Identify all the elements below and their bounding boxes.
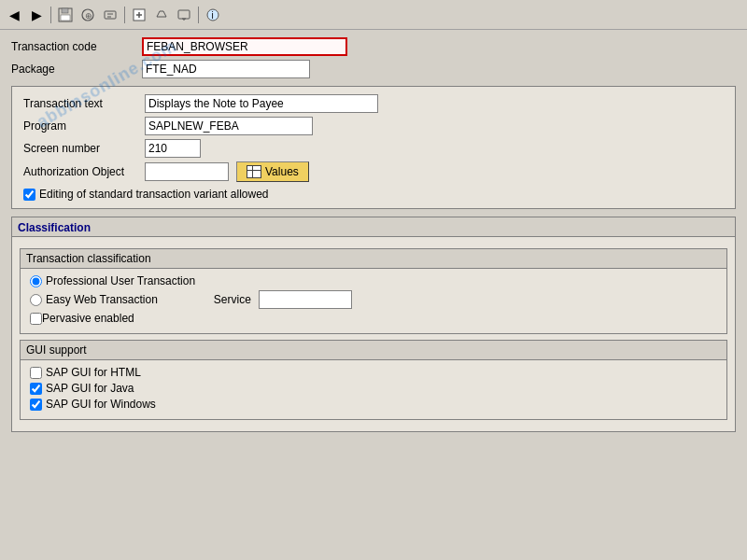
transaction-code-label: Transaction code	[11, 40, 142, 53]
transaction-classification-title: Transaction classification	[21, 249, 726, 269]
svg-rect-1	[62, 8, 68, 13]
pervasive-checkbox[interactable]	[30, 313, 42, 325]
transaction-classification-panel: Transaction classification Professional …	[20, 248, 727, 334]
table-icon	[247, 165, 261, 178]
toolbar-separator-3	[198, 7, 199, 23]
easy-web-label: Easy Web Transaction	[46, 293, 158, 306]
values-button[interactable]: Values	[236, 161, 309, 182]
professional-user-radio[interactable]	[30, 275, 42, 287]
program-row: Program	[23, 117, 724, 135]
display-button[interactable]	[174, 5, 194, 25]
editing-checkbox-label: Editing of standard transaction variant …	[39, 188, 268, 201]
html-gui-label: SAP GUI for HTML	[46, 366, 141, 379]
values-button-label: Values	[265, 165, 299, 178]
gui-support-title: GUI support	[21, 341, 726, 360]
easy-web-row: Easy Web Transaction	[30, 293, 158, 306]
screen-number-label: Screen number	[23, 142, 145, 155]
transaction-text-label: Transaction text	[23, 97, 145, 110]
auth-object-input[interactable]	[145, 162, 229, 181]
forward-button[interactable]: ▶	[26, 5, 47, 25]
svg-text:⊕: ⊕	[85, 11, 92, 21]
command-button[interactable]	[100, 5, 120, 25]
auth-object-label: Authorization Object	[23, 165, 145, 178]
professional-user-row: Professional User Transaction	[30, 274, 717, 287]
service-label: Service	[214, 293, 251, 306]
transaction-classification-inner: Professional User Transaction Easy Web T…	[21, 269, 726, 333]
program-input[interactable]	[145, 117, 313, 135]
screen-number-input[interactable]	[145, 139, 201, 158]
professional-user-label: Professional User Transaction	[46, 274, 195, 287]
screen-number-row: Screen number	[23, 139, 724, 158]
editing-checkbox-row: Editing of standard transaction variant …	[23, 188, 724, 201]
create-button[interactable]	[129, 5, 149, 25]
detail-panel: Transaction text Program Screen number A…	[11, 86, 736, 209]
svg-text:i: i	[212, 10, 214, 21]
main-content: Transaction code Package Transaction tex…	[0, 30, 747, 447]
toolbar-separator-2	[124, 7, 125, 23]
classification-title: Classification	[12, 217, 735, 237]
transaction-code-input[interactable]	[142, 37, 347, 56]
pervasive-row: Pervasive enabled	[30, 312, 717, 325]
svg-rect-5	[105, 11, 116, 19]
shortcut-button[interactable]: ⊕	[78, 5, 98, 25]
technical-info-button[interactable]: i	[203, 5, 223, 25]
service-input[interactable]	[259, 290, 352, 309]
package-row: Package	[11, 60, 736, 78]
transaction-text-row: Transaction text	[23, 94, 724, 113]
save-button[interactable]	[55, 5, 76, 25]
java-gui-row: SAP GUI for Java	[30, 382, 717, 395]
toolbar-separator-1	[50, 7, 51, 23]
program-label: Program	[23, 119, 145, 133]
top-fields: Transaction code Package	[11, 37, 736, 78]
gui-support-inner: SAP GUI for HTML SAP GUI for Java SAP GU…	[21, 360, 726, 419]
gui-support-panel: GUI support SAP GUI for HTML SAP GUI for…	[20, 340, 727, 420]
windows-gui-row: SAP GUI for Windows	[30, 398, 717, 411]
transaction-text-input[interactable]	[145, 94, 378, 113]
editing-checkbox[interactable]	[23, 189, 35, 201]
classification-panel: Classification Transaction classificatio…	[11, 217, 736, 432]
html-gui-row: SAP GUI for HTML	[30, 366, 717, 379]
package-label: Package	[11, 63, 142, 76]
back-button[interactable]: ◀	[4, 5, 24, 25]
html-gui-checkbox[interactable]	[30, 367, 42, 379]
java-gui-label: SAP GUI for Java	[46, 382, 134, 395]
toolbar: ◀ ▶ ⊕ i	[0, 0, 747, 30]
windows-gui-checkbox[interactable]	[30, 399, 42, 411]
change-button[interactable]	[151, 5, 172, 25]
easy-web-radio[interactable]	[30, 294, 42, 306]
package-input[interactable]	[142, 60, 310, 78]
detail-panel-inner: Transaction text Program Screen number A…	[12, 87, 735, 208]
auth-object-row: Authorization Object Values	[23, 161, 724, 182]
pervasive-label: Pervasive enabled	[42, 312, 134, 325]
java-gui-checkbox[interactable]	[30, 383, 42, 395]
windows-gui-label: SAP GUI for Windows	[46, 398, 156, 411]
svg-rect-12	[178, 10, 190, 19]
transaction-code-row: Transaction code	[11, 37, 736, 56]
svg-rect-2	[61, 15, 70, 21]
